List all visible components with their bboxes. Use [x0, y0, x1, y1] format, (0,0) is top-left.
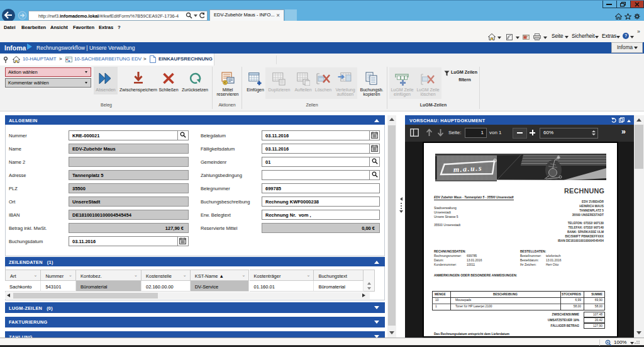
svg-text:m.a.u.s: m.a.u.s [453, 164, 482, 174]
svg-text:R: R [494, 160, 496, 162]
